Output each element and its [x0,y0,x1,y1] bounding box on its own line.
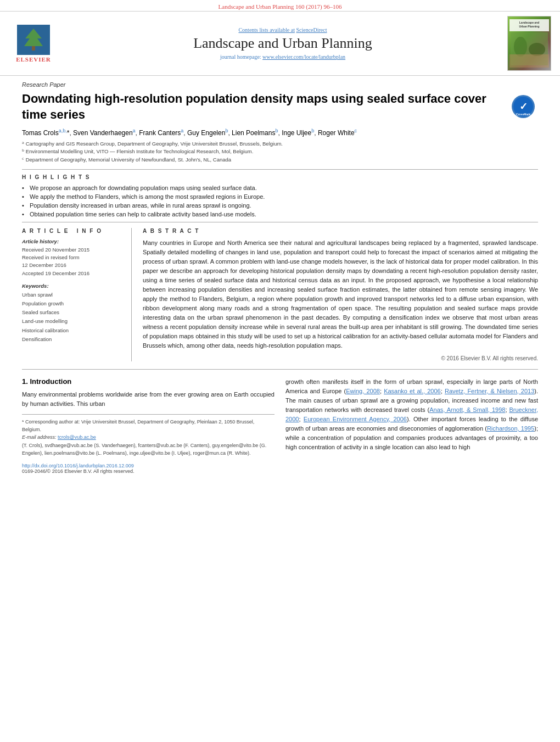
highlight-item-4: Obtained population time series can help… [22,211,538,217]
ref-kasanko[interactable]: Kasanko et al., 2006 [384,388,441,394]
email-footnote: E-mail address: tcrols@vub.ac.be [22,433,275,441]
affiliation-a: ᵃ Cartography and GIS Research Group, De… [22,140,538,148]
footnotes-section: * Corresponding author at: Vrije Univers… [22,414,275,458]
article-info-heading: A R T I C L E I N F O [22,228,124,234]
affiliations: ᵃ Cartography and GIS Research Group, De… [22,140,538,164]
elsevier-text: ELSEVIER [16,56,51,63]
journal-citation: Landscape and Urban Planning 160 (2017) … [0,0,560,11]
article-history-group: Article history: Received 20 November 20… [22,238,124,277]
keyword-2: Population growth [22,299,124,308]
highlights-section: H I G H L I G H T S We propose an approa… [22,174,538,217]
author-inge: Inge Uljee [282,129,311,137]
elsevier-tree-icon [17,25,50,55]
affiliation-c: ᶜ Department of Geography, Memorial Univ… [22,156,538,164]
issn-text: 0169-2046/© 2016 Elsevier B.V. All right… [22,468,134,474]
intro-left-col: 1. Introduction Many environmental probl… [22,377,275,474]
journal-header: ELSEVIER Contents lists available at Sci… [0,11,560,76]
keyword-6: Densification [22,335,124,344]
svg-rect-2 [32,46,35,51]
keyword-4: Land-use modelling [22,317,124,326]
abstract-text: Many countries in Europe and North Ameri… [143,238,538,351]
abstract-heading: A B S T R A C T [143,228,538,234]
author-roger: Roger White [318,129,355,137]
author-frank: Frank Canters [139,129,181,137]
section-title: 1. Introduction [22,377,275,386]
copyright-text: © 2016 Elsevier B.V. All rights reserved… [143,355,538,361]
svg-text:CrossMark: CrossMark [516,113,530,116]
emails-list: (T. Crols), svdhaege@vub.ac.be (S. Vande… [22,442,275,458]
highlight-item-1: We propose an approach for downdating po… [22,185,538,191]
article-title: Downdating high-resolution population de… [22,91,538,122]
keywords-label: Keywords: [22,283,124,289]
journal-cover-image: Landscape and Urban Planning [507,16,551,71]
doi-section: http://dx.doi.org/10.1016/j.landurbplan.… [22,463,275,474]
keywords-list: Urban sprawl Population growth Sealed su… [22,291,124,344]
crossmark-icon: ✓ CrossMark [512,95,535,118]
article-info-column: A R T I C L E I N F O Article history: R… [22,228,132,361]
highlights-list: We propose an approach for downdating po… [22,185,538,217]
keyword-5: Historical calibration [22,326,124,335]
email-link[interactable]: tcrols@vub.ac.be [58,434,96,440]
keyword-1: Urban sprawl [22,291,124,299]
author-sven: Sven Vanderhaegen [73,129,133,137]
divider-3 [22,369,538,370]
revised-date: Received in revised form12 December 2016 [22,254,124,270]
ref-richardson[interactable]: Richardson, 1995 [487,425,534,432]
ref-anas[interactable]: Anas, Arnott, & Small, 1998 [429,406,505,413]
abstract-column: A B S T R A C T Many countries in Europe… [143,228,538,361]
keywords-group: Keywords: Urban sprawl Population growth… [22,283,124,344]
introduction-section: 1. Introduction Many environmental probl… [22,377,538,474]
svg-text:Landscape and: Landscape and [519,21,539,24]
received-date: Received 20 November 2015 [22,246,124,254]
svg-rect-10 [509,54,549,68]
svg-text:✓: ✓ [519,101,527,112]
author-lien: Lien Poelmans [232,129,275,137]
accepted-date: Accepted 19 December 2016 [22,270,124,277]
author-guy: Guy Engelen [187,129,225,137]
intro-right-text: growth often manifests itself in the for… [285,377,538,452]
contents-available: Contents lists available at ScienceDirec… [64,27,502,33]
highlight-item-3: Population density increased in urban ar… [22,202,538,209]
highlight-item-2: We apply the method to Flanders, which i… [22,193,538,200]
ref-ewing[interactable]: Ewing, 2008 [346,388,380,394]
crossmark-logo[interactable]: ✓ CrossMark [508,91,538,121]
authors-line: Tomas Crolsa,b,*, Sven Vanderhaegena, Fr… [22,128,538,137]
divider-1 [22,169,538,170]
email-label: E-mail address: [22,434,57,440]
svg-text:Urban Planning: Urban Planning [519,25,540,28]
affiliation-b: ᵇ Environmental Modelling Unit, VITO — F… [22,148,538,155]
ref-eea[interactable]: European Environment Agency, 2006 [304,416,407,422]
elsevier-logo: ELSEVIER [9,25,58,63]
intro-right-col: growth often manifests itself in the for… [285,377,538,474]
homepage-url[interactable]: www.elsevier.com/locate/landurbplan [262,54,345,60]
article-type-label: Research Paper [22,81,538,88]
keyword-3: Sealed surfaces [22,308,124,317]
journal-citation-link[interactable]: Landscape and Urban Planning 160 (2017) … [219,3,342,10]
ref-ravetz[interactable]: Ravetz, Fertner, & Nielsen, 2013 [445,388,534,394]
journal-main-title: Landscape and Urban Planning [64,35,502,52]
intro-left-text: Many environmental problems worldwide ar… [22,390,275,409]
author-tomas-crols: Tomas Crols [22,129,59,137]
sciencedirect-link[interactable]: ScienceDirect [296,27,327,33]
highlights-heading: H I G H L I G H T S [22,174,538,180]
svg-point-9 [529,43,545,56]
history-label: Article history: [22,238,124,244]
corresponding-footnote: * Corresponding author at: Vrije Univers… [22,418,275,434]
divider-2 [22,222,538,222]
svg-point-8 [514,37,527,57]
journal-title-center: Contents lists available at ScienceDirec… [64,27,502,60]
journal-homepage: journal homepage: www.elsevier.com/locat… [64,54,502,60]
main-content: Research Paper Downdating high-resolutio… [0,76,560,479]
doi-url[interactable]: http://dx.doi.org/10.1016/j.landurbplan.… [22,463,134,468]
article-info-abstract: A R T I C L E I N F O Article history: R… [22,228,538,361]
